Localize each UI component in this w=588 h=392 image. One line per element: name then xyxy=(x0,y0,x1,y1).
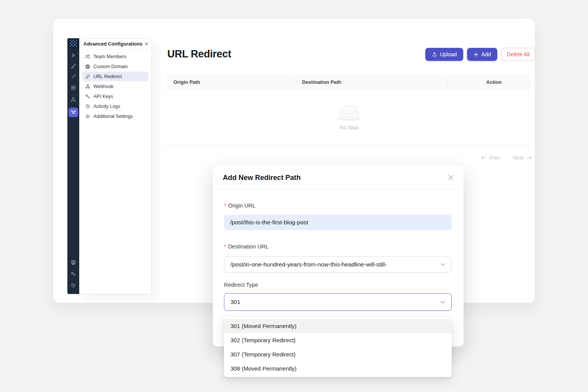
sidebar-item-label: API Keys xyxy=(93,94,113,99)
gear-icon xyxy=(85,114,90,119)
redirect-type-label: Redirect Type xyxy=(224,282,258,288)
icon-rail xyxy=(67,38,79,294)
origin-url-label: * Origin URL xyxy=(224,203,255,209)
config-panel-header: Advanced Configurations xyxy=(79,39,151,49)
sidebar-item-label: Webhook xyxy=(93,84,114,89)
link-icon xyxy=(85,74,90,79)
pen-signal-icon[interactable] xyxy=(67,63,79,69)
upload-button-label: Upload xyxy=(440,51,457,57)
redirect-type-value: 301 xyxy=(230,299,441,305)
column-action: Action xyxy=(486,74,501,90)
sidebar-item-label: Activity Logs xyxy=(93,104,120,109)
config-menu-panel: Advanced Configurations Team Members Cus… xyxy=(79,38,152,294)
config-panel-title: Advanced Configurations xyxy=(83,41,142,47)
advanced-config-panel: Advanced Configurations Team Members Cus… xyxy=(67,38,152,294)
destination-url-value: /post/in-one-hundred-years-from-now-this… xyxy=(230,261,441,268)
table-bottom-border xyxy=(167,145,531,146)
page-title: URL Redirect xyxy=(167,48,231,60)
required-mark: * xyxy=(224,243,226,250)
history-rail-icon[interactable] xyxy=(67,283,79,288)
modal-header: Add New Redirect Path xyxy=(213,166,464,189)
gears-icon[interactable] xyxy=(67,271,79,277)
sidebar-item-additional-settings[interactable]: Additional Settings xyxy=(82,111,148,121)
sidebar-item-label: Custom Domain xyxy=(93,64,128,69)
hammer-icon[interactable] xyxy=(67,53,79,59)
sidebar-item-api-keys[interactable]: API Keys xyxy=(82,91,148,101)
option-307[interactable]: 307 (Temporary Redirect) xyxy=(224,347,452,361)
team-icon xyxy=(85,54,90,59)
sidebar-item-activity-logs[interactable]: Activity Logs xyxy=(82,101,148,111)
config-menu-items: Team Members Custom Domain URL Redirect … xyxy=(79,49,151,123)
close-icon[interactable] xyxy=(448,175,454,180)
reader-icon[interactable] xyxy=(67,260,79,265)
modal-title: Add New Redirect Path xyxy=(223,173,448,182)
delete-all-button[interactable]: Delete All xyxy=(501,48,535,61)
next-label: Next xyxy=(513,155,524,161)
option-308[interactable]: 308 (Moved Permanently) xyxy=(224,361,452,376)
arrow-right-icon xyxy=(527,155,532,160)
column-destination-path: Destination Path xyxy=(302,74,341,90)
prev-page-button[interactable]: Prev xyxy=(481,155,500,161)
close-icon[interactable] xyxy=(145,42,148,46)
prev-label: Prev xyxy=(489,155,500,161)
webhook-icon xyxy=(85,84,90,89)
pagination: Prev Next xyxy=(440,155,532,161)
destination-url-select[interactable]: /post/in-one-hundred-years-from-now-this… xyxy=(224,256,452,273)
chevron-down-icon xyxy=(441,301,445,304)
toolbar: Upload Add Delete All xyxy=(425,48,535,61)
sidebar-item-label: Additional Settings xyxy=(93,114,133,119)
broadcast-icon[interactable] xyxy=(67,74,79,79)
chevron-down-icon xyxy=(441,263,445,266)
plus-icon xyxy=(474,52,479,57)
sidebar-item-team-members[interactable]: Team Members xyxy=(82,52,148,61)
required-mark: * xyxy=(224,203,226,209)
add-button-label: Add xyxy=(481,51,491,57)
sidebar-item-custom-domain[interactable]: Custom Domain xyxy=(82,62,148,71)
globe-icon xyxy=(85,64,90,69)
column-divider xyxy=(447,78,448,85)
server-icon[interactable] xyxy=(67,85,79,91)
redirect-type-dropdown: 301 (Moved Permanently) 302 (Temporary R… xyxy=(224,317,452,377)
sidebar-item-label: Team Members xyxy=(93,54,126,59)
option-302[interactable]: 302 (Temporary Redirect) xyxy=(224,333,452,347)
empty-state: No data xyxy=(167,90,531,145)
upload-button[interactable]: Upload xyxy=(425,48,463,61)
redirect-type-select[interactable]: 301 xyxy=(224,293,452,311)
table-header: Origin Path Destination Path Action xyxy=(167,74,531,90)
sidebar-item-url-redirect[interactable]: URL Redirect xyxy=(82,72,148,81)
sidebar-item-webhook[interactable]: Webhook xyxy=(82,82,148,91)
app-logo[interactable] xyxy=(67,38,79,49)
empty-inbox-icon xyxy=(337,106,361,121)
key-icon xyxy=(85,94,90,99)
network-icon[interactable] xyxy=(67,96,79,102)
destination-url-label: * Destination URL xyxy=(224,243,268,250)
origin-url-input[interactable] xyxy=(224,215,452,230)
sidebar-item-label: URL Redirect xyxy=(93,74,122,79)
option-301[interactable]: 301 (Moved Permanently) xyxy=(224,319,452,333)
tools-icon[interactable] xyxy=(69,108,78,117)
add-button[interactable]: Add xyxy=(467,48,497,61)
no-data-text: No data xyxy=(340,124,358,131)
next-page-button[interactable]: Next xyxy=(513,155,532,161)
history-icon xyxy=(85,104,90,109)
upload-icon xyxy=(432,52,437,57)
delete-all-button-label: Delete All xyxy=(507,51,529,57)
arrow-left-icon xyxy=(481,155,486,160)
column-divider xyxy=(296,78,296,85)
column-origin-path: Origin Path xyxy=(173,74,200,90)
pixel-logo-icon xyxy=(70,40,77,47)
